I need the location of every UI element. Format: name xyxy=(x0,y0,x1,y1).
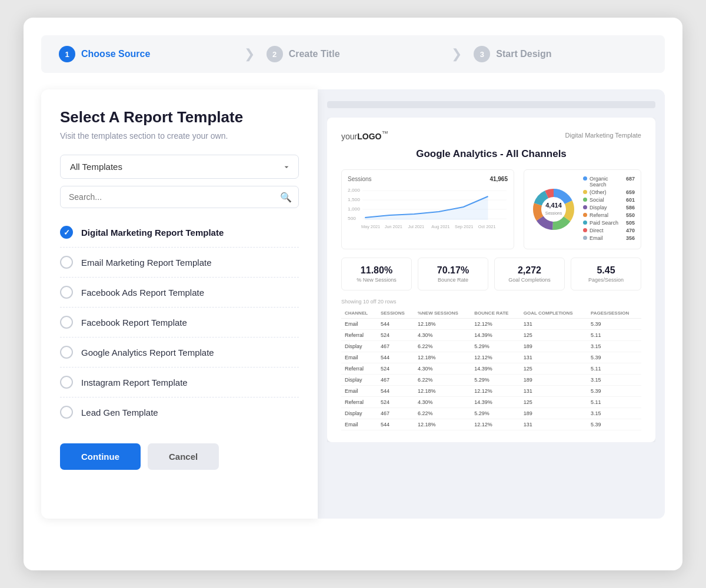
table-cell-6-1: 544 xyxy=(377,385,414,396)
kpi-label-bounce-rate: Bounce Rate xyxy=(423,277,483,283)
template-tag: Digital Marketing Template xyxy=(565,132,641,139)
radio-ig xyxy=(60,376,73,389)
logo: yourLOGO™ xyxy=(341,129,388,141)
svg-text:Jun 2021: Jun 2021 xyxy=(385,225,402,229)
table-row: Referral5244.30%14.39%1255.11 xyxy=(341,329,641,340)
kpi-value-pages-session: 5.45 xyxy=(576,265,636,276)
table-cell-2-2: 6.22% xyxy=(414,340,471,352)
table-cell-1-4: 125 xyxy=(520,329,587,340)
panel-title: Select A Report Template xyxy=(60,108,299,126)
template-label-ga: Google Analytics Report Template xyxy=(81,348,214,358)
kpi-goal-completions: 2,272 Goal Completions xyxy=(494,258,565,290)
table-cell-5-4: 189 xyxy=(520,374,587,385)
table-cell-6-4: 131 xyxy=(520,385,587,396)
table-cell-5-5: 3.15 xyxy=(587,374,641,385)
legend-dot-other xyxy=(583,190,587,194)
legend-item-email: Email 356 xyxy=(583,235,635,241)
template-item-ga[interactable]: Google Analytics Report Template xyxy=(60,338,299,368)
table-cell-9-5: 5.39 xyxy=(587,419,641,430)
svg-text:1,500: 1,500 xyxy=(348,197,360,202)
kpi-label-goal-completions: Goal Completions xyxy=(499,277,560,283)
top-gray-bar xyxy=(327,101,655,108)
search-input[interactable] xyxy=(60,186,299,208)
legend-dot-paid xyxy=(583,220,587,225)
step-2-number: 2 xyxy=(267,46,283,62)
svg-text:Jul 2021: Jul 2021 xyxy=(408,225,425,229)
svg-text:2,000: 2,000 xyxy=(348,188,360,193)
th-goal-completions: GOAL COMPLETIONS xyxy=(520,308,587,319)
legend-dot-display xyxy=(583,205,587,209)
th-channel: CHANNEL xyxy=(341,308,377,319)
template-item-email[interactable]: Email Marketing Report Template xyxy=(60,248,299,278)
template-label-digital: Digital Marketing Report Template xyxy=(81,228,224,238)
table-cell-4-1: 524 xyxy=(377,363,414,374)
table-row: Display4676.22%5.29%1893.15 xyxy=(341,407,641,419)
table-cell-9-0: Email xyxy=(341,419,377,430)
template-label-ig: Instagram Report Template xyxy=(81,377,188,387)
search-wrapper: 🔍 xyxy=(60,186,299,208)
table-cell-6-5: 5.39 xyxy=(587,385,641,396)
table-cell-6-2: 12.18% xyxy=(414,385,471,396)
table-cell-7-0: Referral xyxy=(341,396,377,407)
step-3-label: Start Design xyxy=(496,49,551,59)
table-cell-4-3: 14.39% xyxy=(471,363,519,374)
legend-item-social: Social 601 xyxy=(583,197,635,203)
chart-label: Sessions xyxy=(348,176,372,182)
table-cell-3-2: 12.18% xyxy=(414,352,471,363)
table-row: Email54412.18%12.12%1315.39 xyxy=(341,318,641,329)
line-chart-box: Sessions 41,965 2,000 1,500 1,000 500 xyxy=(341,169,514,249)
template-label-fb-ads: Facebook Ads Report Template xyxy=(81,288,204,298)
step-2: 2 Create Title xyxy=(267,46,440,62)
table-row: Referral5244.30%14.39%1255.11 xyxy=(341,363,641,374)
table-cell-0-1: 544 xyxy=(377,318,414,329)
table-cell-9-2: 12.18% xyxy=(414,419,471,430)
left-panel: Select A Report Template Visit the templ… xyxy=(41,89,318,519)
legend-dot-referral xyxy=(583,213,587,217)
radio-ga xyxy=(60,346,73,359)
radio-digital xyxy=(60,226,73,239)
table-body: Email54412.18%12.12%1315.39Referral5244.… xyxy=(341,318,641,430)
template-item-lead[interactable]: Lead Gen Template xyxy=(60,397,299,427)
cancel-button[interactable]: Cancel xyxy=(148,443,219,470)
table-cell-1-5: 5.11 xyxy=(587,329,641,340)
step-arrow-2: ❯ xyxy=(451,46,462,62)
th-new-sessions: %NEW SESSIONS xyxy=(414,308,471,319)
table-cell-7-2: 4.30% xyxy=(414,396,471,407)
table-cell-7-1: 524 xyxy=(377,396,414,407)
template-filter-dropdown[interactable]: All Templates Google Analytics Facebook … xyxy=(60,155,299,179)
step-3-number: 3 xyxy=(474,46,490,62)
table-row: Display4676.22%5.29%1893.15 xyxy=(341,340,641,352)
table-header-row: CHANNEL SESSIONS %NEW SESSIONS BOUNCE RA… xyxy=(341,308,641,319)
th-sessions: SESSIONS xyxy=(377,308,414,319)
template-item-fb-ads[interactable]: Facebook Ads Report Template xyxy=(60,278,299,308)
legend-dot-organic xyxy=(583,176,587,181)
preview-inner: yourLOGO™ Digital Marketing Template Goo… xyxy=(327,118,655,442)
template-item-ig[interactable]: Instagram Report Template xyxy=(60,368,299,397)
table-cell-8-2: 6.22% xyxy=(414,407,471,419)
table-cell-3-4: 131 xyxy=(520,352,587,363)
table-cell-5-2: 6.22% xyxy=(414,374,471,385)
stepper: 1 Choose Source ❯ 2 Create Title ❯ 3 Sta… xyxy=(41,35,665,73)
template-item-digital[interactable]: Digital Marketing Report Template xyxy=(60,218,299,248)
table-cell-3-3: 12.12% xyxy=(471,352,519,363)
table-cell-7-4: 125 xyxy=(520,396,587,407)
radio-email xyxy=(60,256,73,269)
step-arrow-1: ❯ xyxy=(244,46,255,62)
template-label-email: Email Marketing Report Template xyxy=(81,258,211,268)
svg-text:500: 500 xyxy=(348,216,356,221)
search-icon: 🔍 xyxy=(280,192,292,203)
table-cell-7-5: 5.11 xyxy=(587,396,641,407)
table-cell-2-1: 467 xyxy=(377,340,414,352)
template-label-fb: Facebook Report Template xyxy=(81,318,187,328)
svg-text:Sessions: Sessions xyxy=(545,211,562,215)
svg-text:May 2021: May 2021 xyxy=(361,225,380,229)
template-item-fb[interactable]: Facebook Report Template xyxy=(60,308,299,338)
kpi-value-goal-completions: 2,272 xyxy=(499,265,560,276)
table-cell-2-4: 189 xyxy=(520,340,587,352)
svg-text:Oct 2021: Oct 2021 xyxy=(478,225,496,229)
table-cell-1-1: 524 xyxy=(377,329,414,340)
table-cell-9-1: 544 xyxy=(377,419,414,430)
th-bounce-rate: BOUNCE RATE xyxy=(471,308,519,319)
radio-fb-ads xyxy=(60,286,73,299)
continue-button[interactable]: Continue xyxy=(60,443,141,470)
